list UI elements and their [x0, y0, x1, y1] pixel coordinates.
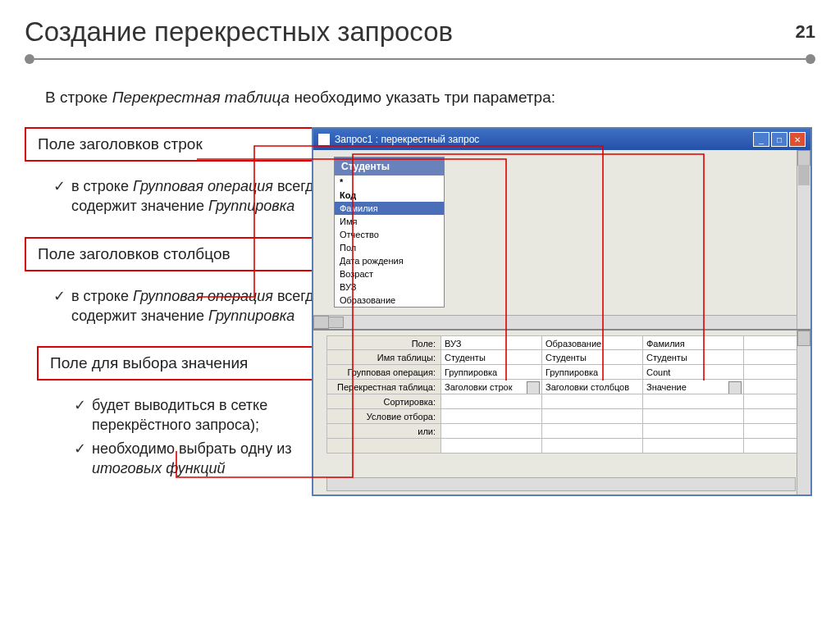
slide-title: Создание перекрестных запросов	[25, 16, 453, 48]
app-icon	[318, 134, 330, 145]
field-obrazovanie[interactable]: Образование	[335, 294, 444, 307]
divider	[25, 54, 815, 64]
field-imya[interactable]: Имя	[335, 215, 444, 228]
upper-scrollbar-vertical[interactable]	[797, 150, 810, 329]
note-rows: в строке Групповая операция всегда содер…	[53, 176, 328, 217]
field-familia[interactable]: Фамилия	[335, 202, 444, 215]
field-star[interactable]: *	[335, 175, 444, 189]
callout-row-headers: Поле заголовков строк	[25, 127, 328, 162]
table-header: Студенты	[335, 157, 444, 175]
grid-column-1[interactable]: ВУЗ Студенты Группировка Заголовки строк	[441, 335, 542, 476]
lower-scrollbar-vertical[interactable]	[797, 330, 810, 495]
field-pol[interactable]: Пол	[335, 241, 444, 254]
table-students[interactable]: Студенты * Код Фамилия Имя Отчество Пол …	[334, 157, 445, 308]
field-vuz[interactable]: ВУЗ	[335, 280, 444, 294]
grid-row-labels: Поле: Имя таблицы: Групповая операция: П…	[326, 335, 441, 476]
callout-col-headers: Поле заголовков столбцов	[25, 237, 328, 271]
field-kod[interactable]: Код	[335, 189, 444, 202]
callout-value-field: Поле для выбора значения	[37, 346, 328, 381]
grid-column-3[interactable]: Фамилия Студенты Count Значение	[643, 335, 744, 476]
field-vozrast[interactable]: Возраст	[335, 267, 444, 280]
lower-scrollbar-horizontal[interactable]	[326, 477, 796, 491]
page-number: 21	[796, 21, 815, 43]
close-button[interactable]: ✕	[789, 132, 806, 147]
design-grid-pane: Поле: Имя таблицы: Групповая операция: П…	[313, 330, 810, 495]
tables-pane: Студенты * Код Фамилия Имя Отчество Пол …	[313, 150, 810, 330]
query-designer-window: Запрос1 : перекрестный запрос _ □ ✕ Студ…	[312, 127, 812, 496]
note-value-2: необходимо выбрать одну из итоговых функ…	[74, 439, 328, 479]
field-dob[interactable]: Дата рождения	[335, 254, 444, 267]
note-value-1: будет выводиться в сетке перекрёстного з…	[74, 395, 328, 435]
grid-column-2[interactable]: Образование Студенты Группировка Заголов…	[542, 335, 643, 476]
intro-text: В строке Перекрестная таблица необходимо…	[45, 89, 815, 107]
note-cols: в строке Групповая операция всегда содер…	[53, 286, 328, 326]
field-otchestvo[interactable]: Отчество	[335, 228, 444, 241]
minimize-button[interactable]: _	[753, 132, 769, 147]
upper-scrollbar-horizontal[interactable]	[313, 315, 797, 329]
window-title: Запрос1 : перекрестный запрос	[335, 134, 753, 145]
maximize-button[interactable]: □	[771, 132, 788, 147]
window-titlebar[interactable]: Запрос1 : перекрестный запрос _ □ ✕	[313, 129, 810, 150]
